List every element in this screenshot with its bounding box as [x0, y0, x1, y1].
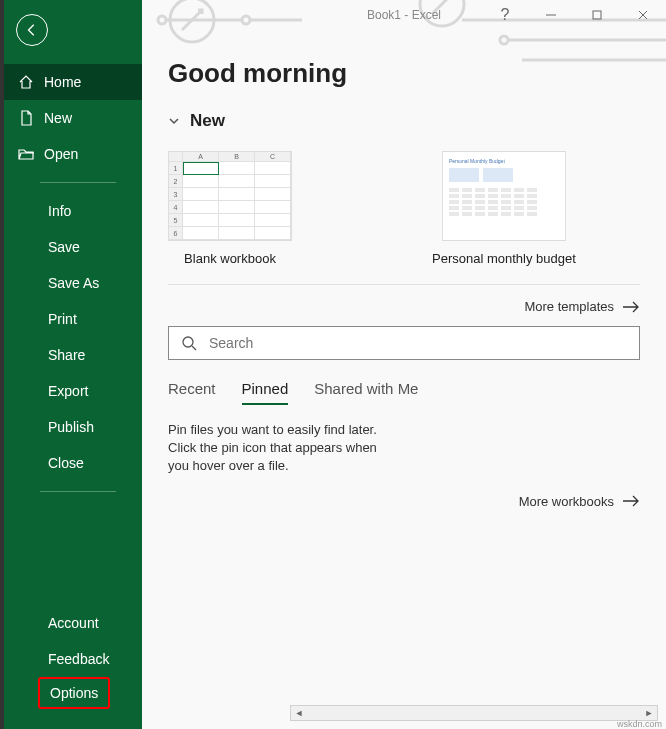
left-edge-strip: [0, 0, 4, 729]
nav-save-as[interactable]: Save As: [0, 265, 142, 301]
nav-options[interactable]: Options: [38, 677, 110, 709]
nav-save[interactable]: Save: [0, 229, 142, 265]
backstage-sidebar: Home New Open Info Save Save As Print Sh…: [0, 0, 142, 729]
arrow-right-icon: [622, 300, 640, 314]
main-panel: Book1 - Excel ? Good morning New ABC: [142, 0, 666, 729]
help-button[interactable]: ?: [482, 0, 528, 30]
template-divider: [168, 284, 640, 285]
nav-print[interactable]: Print: [0, 301, 142, 337]
titlebar: Book1 - Excel ?: [142, 0, 666, 30]
nav-export[interactable]: Export: [0, 373, 142, 409]
nav-new[interactable]: New: [0, 100, 142, 136]
new-section-header[interactable]: New: [168, 111, 640, 131]
app-root: Home New Open Info Save Save As Print Sh…: [0, 0, 666, 729]
nav-new-label: New: [44, 110, 72, 126]
nav-account[interactable]: Account: [0, 605, 142, 641]
budget-thumbnail: Personal Monthly Budget: [442, 151, 566, 241]
nav-open-label: Open: [44, 146, 78, 162]
watermark: wskdn.com: [617, 719, 662, 729]
search-input[interactable]: [209, 335, 627, 351]
window-title: Book1 - Excel: [367, 8, 441, 22]
budget-label: Personal monthly budget: [432, 251, 576, 266]
sidebar-divider-1: [40, 182, 116, 183]
blank-workbook-label: Blank workbook: [184, 251, 276, 266]
svg-point-12: [183, 337, 193, 347]
sidebar-divider-2: [40, 491, 116, 492]
blank-workbook-thumbnail: ABC 1 2 3 4 5 6: [168, 151, 292, 241]
document-icon: [18, 110, 34, 126]
arrow-right-icon: [622, 494, 640, 508]
nav-home-label: Home: [44, 74, 81, 90]
maximize-button[interactable]: [574, 0, 620, 30]
nav-home[interactable]: Home: [0, 64, 142, 100]
more-templates-link[interactable]: More templates: [168, 299, 640, 314]
svg-rect-11: [593, 11, 601, 19]
template-personal-budget[interactable]: Personal Monthly Budget Personal monthly…: [432, 151, 576, 266]
template-blank-workbook[interactable]: ABC 1 2 3 4 5 6 Blank workbook: [168, 151, 292, 266]
new-section-label: New: [190, 111, 225, 131]
sidebar-bottom: Account Feedback Options: [0, 605, 142, 729]
minimize-button[interactable]: [528, 0, 574, 30]
nav-open[interactable]: Open: [0, 136, 142, 172]
window-controls: ?: [482, 0, 666, 30]
more-workbooks-link[interactable]: More workbooks: [168, 494, 640, 509]
file-tabs: Recent Pinned Shared with Me: [168, 380, 640, 405]
back-button[interactable]: [16, 14, 48, 46]
tab-shared[interactable]: Shared with Me: [314, 380, 418, 405]
tab-recent[interactable]: Recent: [168, 380, 216, 405]
svg-line-13: [192, 346, 196, 350]
nav-publish[interactable]: Publish: [0, 409, 142, 445]
chevron-down-icon: [168, 115, 180, 127]
search-box[interactable]: [168, 326, 640, 360]
home-icon: [18, 74, 34, 90]
nav-info[interactable]: Info: [0, 193, 142, 229]
nav-close[interactable]: Close: [0, 445, 142, 481]
back-arrow-icon: [25, 23, 39, 37]
folder-open-icon: [18, 146, 34, 162]
pinned-empty-hint: Pin files you want to easily find later.…: [168, 421, 398, 476]
nav-share[interactable]: Share: [0, 337, 142, 373]
content-area: Good morning New ABC 1 2 3 4 5: [142, 30, 666, 729]
more-workbooks-label: More workbooks: [519, 494, 614, 509]
greeting-heading: Good morning: [168, 58, 640, 89]
nav-feedback[interactable]: Feedback: [0, 641, 142, 677]
close-window-button[interactable]: [620, 0, 666, 30]
tab-pinned[interactable]: Pinned: [242, 380, 289, 405]
more-templates-label: More templates: [524, 299, 614, 314]
search-icon: [181, 335, 197, 351]
template-gallery: ABC 1 2 3 4 5 6 Blank workbook Personal: [168, 151, 640, 266]
